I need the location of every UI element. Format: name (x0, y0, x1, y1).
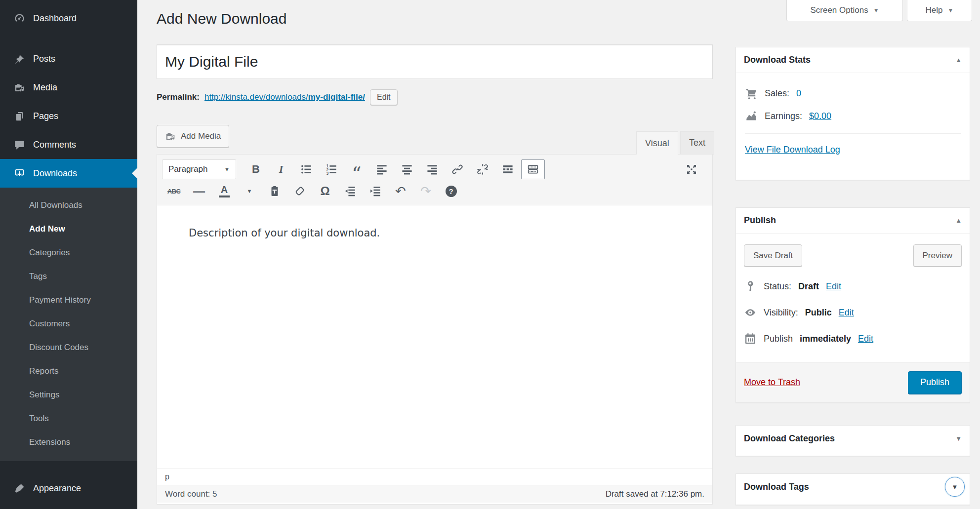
view-download-log-link[interactable]: View File Download Log (745, 145, 840, 155)
editor-toolbar: Paragraph ▼ B I 123 “ ABC — A ▼ Ω (157, 155, 712, 205)
editor-paragraph: Description of your digital download. (189, 227, 681, 239)
chevron-down-icon: ▼ (873, 7, 879, 14)
toolbar-toggle-button[interactable] (521, 159, 545, 179)
submenu-item-settings[interactable]: Settings (0, 383, 137, 407)
content-editor: Paragraph ▼ B I 123 “ ABC — A ▼ Ω (157, 154, 713, 505)
read-more-button[interactable] (496, 159, 520, 179)
outdent-button[interactable] (338, 181, 362, 201)
editor-element-path[interactable]: p (157, 468, 712, 485)
fullscreen-button[interactable] (680, 159, 703, 179)
permalink-edit-button[interactable]: Edit (370, 89, 398, 105)
sidebar-item-label: Posts (33, 54, 55, 64)
download-tags-panel: Download Tags ▼ (735, 473, 970, 505)
align-left-icon (376, 163, 388, 175)
submenu-item-discount-codes[interactable]: Discount Codes (0, 336, 137, 359)
download-box-icon (14, 168, 25, 179)
edit-schedule-link[interactable]: Edit (858, 334, 873, 344)
cart-icon (745, 87, 758, 100)
align-left-button[interactable] (370, 159, 394, 179)
screen-options-button[interactable]: Screen Options ▼ (786, 0, 903, 21)
collapse-icon[interactable]: ▲ (955, 56, 962, 64)
sidebar-item-label: Media (33, 82, 57, 93)
download-categories-header[interactable]: Download Categories ▼ (736, 426, 970, 451)
blockquote-button[interactable]: “ (345, 159, 368, 179)
strikethrough-button[interactable]: ABC (162, 181, 186, 201)
help-button[interactable]: Help ▼ (907, 0, 972, 21)
submenu-item-tools[interactable]: Tools (0, 407, 137, 431)
align-right-icon (426, 163, 438, 175)
editor-status-bar: Word count: 5 Draft saved at 7:12:36 pm. (157, 485, 712, 503)
dashboard-icon (14, 13, 25, 24)
submenu-item-customers[interactable]: Customers (0, 312, 137, 336)
format-dropdown-value: Paragraph (168, 164, 207, 174)
add-media-button[interactable]: Add Media (157, 125, 229, 148)
earnings-value-link[interactable]: $0.00 (809, 111, 831, 121)
download-stats-header[interactable]: Download Stats ▲ (736, 47, 970, 73)
submenu-item-categories[interactable]: Categories (0, 241, 137, 265)
text-color-button[interactable]: A (212, 181, 236, 201)
special-character-button[interactable]: Ω (313, 181, 337, 201)
numbered-list-icon: 123 (326, 163, 337, 175)
publish-header[interactable]: Publish ▲ (736, 208, 970, 234)
italic-icon: I (279, 163, 284, 176)
submenu-item-reports[interactable]: Reports (0, 359, 137, 383)
numbered-list-button[interactable]: 123 (320, 159, 343, 179)
align-center-button[interactable] (395, 159, 419, 179)
media-icon (14, 82, 25, 93)
divider (745, 133, 961, 134)
tab-visual[interactable]: Visual (636, 131, 678, 155)
move-to-trash-link[interactable]: Move to Trash (744, 377, 800, 388)
sidebar-item-label: Comments (33, 140, 76, 150)
visibility-value: Public (805, 308, 832, 318)
schedule-label: Publish (764, 334, 793, 344)
publish-button[interactable]: Publish (908, 371, 962, 394)
submenu-item-add-new[interactable]: Add New (0, 217, 137, 241)
help-icon: ? (446, 186, 457, 197)
sidebar-item-posts[interactable]: Posts (0, 44, 137, 73)
collapse-icon[interactable]: ▲ (955, 217, 962, 224)
horizontal-rule-button[interactable]: — (187, 181, 211, 201)
italic-button[interactable]: I (269, 159, 293, 179)
sidebar-item-media[interactable]: Media (0, 73, 137, 102)
download-title-input[interactable] (157, 44, 713, 79)
bold-button[interactable]: B (244, 159, 268, 179)
expand-icon[interactable]: ▼ (955, 435, 962, 442)
sidebar-item-comments[interactable]: Comments (0, 130, 137, 159)
edit-visibility-link[interactable]: Edit (839, 308, 854, 318)
expand-icon-focused[interactable]: ▼ (945, 477, 965, 497)
submenu-item-extensions[interactable]: Extensions (0, 431, 137, 454)
sales-row: Sales: 0 (745, 87, 961, 100)
screen-options-label: Screen Options (810, 5, 868, 15)
submenu-item-all-downloads[interactable]: All Downloads (0, 194, 137, 217)
editor-content-area[interactable]: Description of your digital download. (157, 205, 712, 468)
submenu-item-payment-history[interactable]: Payment History (0, 288, 137, 312)
paste-as-text-button[interactable] (263, 181, 286, 201)
help-label: Help (926, 5, 943, 15)
download-tags-header[interactable]: Download Tags ▼ (736, 474, 970, 500)
text-color-caret-button[interactable]: ▼ (238, 181, 261, 201)
permalink-link[interactable]: http://kinsta.dev/downloads/my-digital-f… (204, 92, 365, 102)
outdent-icon (344, 185, 356, 197)
insert-link-button[interactable] (446, 159, 469, 179)
bullet-list-button[interactable] (294, 159, 318, 179)
remove-link-button[interactable] (471, 159, 494, 179)
indent-button[interactable] (364, 181, 387, 201)
clear-formatting-button[interactable] (288, 181, 312, 201)
sidebar-item-appearance[interactable]: Appearance (0, 474, 137, 503)
tab-text[interactable]: Text (680, 131, 714, 155)
edit-status-link[interactable]: Edit (826, 281, 841, 292)
sidebar-item-pages[interactable]: Pages (0, 102, 137, 130)
save-draft-button[interactable]: Save Draft (744, 244, 802, 267)
media-icon (165, 131, 176, 142)
align-right-button[interactable] (420, 159, 444, 179)
redo-button[interactable]: ↷ (414, 181, 438, 201)
help-button-editor[interactable]: ? (439, 181, 463, 201)
eye-icon (744, 306, 757, 319)
format-dropdown[interactable]: Paragraph ▼ (162, 159, 236, 179)
undo-button[interactable]: ↶ (389, 181, 412, 201)
sidebar-item-downloads[interactable]: Downloads (0, 159, 137, 188)
preview-button[interactable]: Preview (913, 244, 962, 267)
sales-value-link[interactable]: 0 (796, 88, 801, 99)
submenu-item-tags[interactable]: Tags (0, 265, 137, 288)
sidebar-item-dashboard[interactable]: Dashboard (0, 4, 137, 33)
